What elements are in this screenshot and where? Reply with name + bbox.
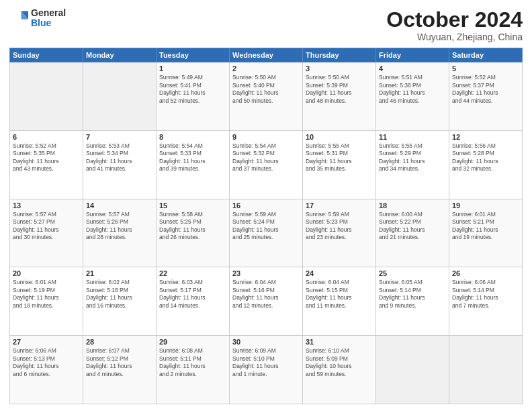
- header-row: SundayMondayTuesdayWednesdayThursdayFrid…: [10, 48, 523, 62]
- title-block: October 2024 Wuyuan, Zhejiang, China: [386, 8, 523, 42]
- day-cell: 21Sunrise: 6:02 AM Sunset: 5:18 PM Dayli…: [83, 267, 157, 336]
- day-number: 22: [159, 269, 226, 277]
- day-info: Sunrise: 6:09 AM Sunset: 5:10 PM Dayligh…: [232, 347, 300, 378]
- location: Wuyuan, Zhejiang, China: [386, 32, 523, 42]
- day-info: Sunrise: 5:56 AM Sunset: 5:28 PM Dayligh…: [452, 142, 519, 173]
- day-cell: 13Sunrise: 5:57 AM Sunset: 5:27 PM Dayli…: [10, 199, 83, 267]
- day-cell: 23Sunrise: 6:04 AM Sunset: 5:16 PM Dayli…: [230, 267, 303, 336]
- day-number: 27: [13, 338, 80, 346]
- day-cell: 12Sunrise: 5:56 AM Sunset: 5:28 PM Dayli…: [449, 130, 523, 199]
- day-cell: 26Sunrise: 6:06 AM Sunset: 5:14 PM Dayli…: [449, 267, 523, 336]
- day-info: Sunrise: 5:59 AM Sunset: 5:23 PM Dayligh…: [306, 211, 373, 242]
- day-cell: 20Sunrise: 6:01 AM Sunset: 5:19 PM Dayli…: [10, 267, 83, 336]
- day-info: Sunrise: 5:57 AM Sunset: 5:27 PM Dayligh…: [13, 211, 80, 242]
- day-info: Sunrise: 5:50 AM Sunset: 5:40 PM Dayligh…: [232, 74, 300, 105]
- day-cell: [449, 336, 523, 404]
- week-row-2: 6Sunrise: 5:52 AM Sunset: 5:35 PM Daylig…: [10, 130, 523, 199]
- day-info: Sunrise: 5:50 AM Sunset: 5:39 PM Dayligh…: [306, 74, 373, 105]
- day-cell: 25Sunrise: 6:05 AM Sunset: 5:14 PM Dayli…: [376, 267, 449, 336]
- day-cell: [83, 62, 157, 131]
- day-number: 9: [232, 133, 300, 141]
- day-header-monday: Monday: [83, 48, 157, 62]
- month-title: October 2024: [386, 8, 523, 32]
- day-number: 2: [232, 64, 300, 73]
- week-row-3: 13Sunrise: 5:57 AM Sunset: 5:27 PM Dayli…: [10, 199, 523, 267]
- day-cell: 5Sunrise: 5:52 AM Sunset: 5:37 PM Daylig…: [449, 62, 523, 131]
- day-info: Sunrise: 5:54 AM Sunset: 5:32 PM Dayligh…: [232, 142, 300, 173]
- day-info: Sunrise: 6:05 AM Sunset: 5:14 PM Dayligh…: [379, 279, 446, 310]
- day-info: Sunrise: 5:49 AM Sunset: 5:41 PM Dayligh…: [159, 74, 226, 105]
- day-cell: 18Sunrise: 6:00 AM Sunset: 5:22 PM Dayli…: [376, 199, 449, 267]
- day-info: Sunrise: 6:03 AM Sunset: 5:17 PM Dayligh…: [159, 279, 226, 310]
- day-cell: [10, 62, 83, 131]
- day-info: Sunrise: 5:58 AM Sunset: 5:25 PM Dayligh…: [159, 211, 226, 242]
- day-cell: 15Sunrise: 5:58 AM Sunset: 5:25 PM Dayli…: [157, 199, 230, 267]
- day-info: Sunrise: 6:01 AM Sunset: 5:21 PM Dayligh…: [452, 211, 519, 242]
- day-number: 26: [452, 269, 519, 277]
- day-number: 6: [13, 133, 80, 141]
- day-number: 28: [86, 338, 153, 346]
- week-row-5: 27Sunrise: 6:06 AM Sunset: 5:13 PM Dayli…: [10, 336, 523, 404]
- day-number: 4: [379, 64, 446, 73]
- day-cell: 14Sunrise: 5:57 AM Sunset: 5:26 PM Dayli…: [83, 199, 157, 267]
- day-number: 31: [306, 338, 373, 346]
- day-info: Sunrise: 6:08 AM Sunset: 5:11 PM Dayligh…: [159, 347, 226, 378]
- day-number: 30: [232, 338, 300, 346]
- logo-general: General: [31, 8, 66, 18]
- day-number: 1: [159, 64, 226, 73]
- day-cell: 10Sunrise: 5:55 AM Sunset: 5:31 PM Dayli…: [303, 130, 376, 199]
- calendar: SundayMondayTuesdayWednesdayThursdayFrid…: [9, 48, 523, 404]
- day-number: 11: [379, 133, 446, 141]
- day-number: 21: [86, 269, 153, 277]
- day-cell: 8Sunrise: 5:54 AM Sunset: 5:33 PM Daylig…: [157, 130, 230, 199]
- day-cell: 24Sunrise: 6:04 AM Sunset: 5:15 PM Dayli…: [303, 267, 376, 336]
- day-number: 17: [306, 201, 373, 210]
- day-info: Sunrise: 6:02 AM Sunset: 5:18 PM Dayligh…: [86, 279, 153, 310]
- day-cell: 19Sunrise: 6:01 AM Sunset: 5:21 PM Dayli…: [449, 199, 523, 267]
- day-cell: 11Sunrise: 5:55 AM Sunset: 5:29 PM Dayli…: [376, 130, 449, 199]
- day-info: Sunrise: 6:06 AM Sunset: 5:13 PM Dayligh…: [13, 347, 80, 378]
- day-number: 16: [232, 201, 300, 210]
- day-cell: 17Sunrise: 5:59 AM Sunset: 5:23 PM Dayli…: [303, 199, 376, 267]
- day-info: Sunrise: 6:10 AM Sunset: 5:09 PM Dayligh…: [306, 347, 373, 378]
- day-header-sunday: Sunday: [10, 48, 83, 62]
- day-cell: 28Sunrise: 6:07 AM Sunset: 5:12 PM Dayli…: [83, 336, 157, 404]
- day-cell: 2Sunrise: 5:50 AM Sunset: 5:40 PM Daylig…: [230, 62, 303, 131]
- day-number: 29: [159, 338, 226, 346]
- day-number: 12: [452, 133, 519, 141]
- day-cell: 27Sunrise: 6:06 AM Sunset: 5:13 PM Dayli…: [10, 336, 83, 404]
- day-number: 18: [379, 201, 446, 210]
- day-cell: [376, 336, 449, 404]
- header: General Blue October 2024 Wuyuan, Zhejia…: [9, 8, 523, 42]
- page: General Blue October 2024 Wuyuan, Zhejia…: [0, 0, 532, 411]
- day-number: 13: [13, 201, 80, 210]
- logo-icon: [9, 9, 28, 28]
- day-info: Sunrise: 5:53 AM Sunset: 5:34 PM Dayligh…: [86, 142, 153, 173]
- day-cell: 22Sunrise: 6:03 AM Sunset: 5:17 PM Dayli…: [157, 267, 230, 336]
- day-cell: 29Sunrise: 6:08 AM Sunset: 5:11 PM Dayli…: [157, 336, 230, 404]
- day-number: 3: [306, 64, 373, 73]
- logo: General Blue: [9, 8, 66, 29]
- day-cell: 16Sunrise: 5:59 AM Sunset: 5:24 PM Dayli…: [230, 199, 303, 267]
- day-number: 23: [232, 269, 300, 277]
- day-info: Sunrise: 6:01 AM Sunset: 5:19 PM Dayligh…: [13, 279, 80, 310]
- day-cell: 31Sunrise: 6:10 AM Sunset: 5:09 PM Dayli…: [303, 336, 376, 404]
- day-info: Sunrise: 5:55 AM Sunset: 5:31 PM Dayligh…: [306, 142, 373, 173]
- day-number: 20: [13, 269, 80, 277]
- day-info: Sunrise: 5:51 AM Sunset: 5:38 PM Dayligh…: [379, 74, 446, 105]
- day-cell: 1Sunrise: 5:49 AM Sunset: 5:41 PM Daylig…: [157, 62, 230, 131]
- day-cell: 7Sunrise: 5:53 AM Sunset: 5:34 PM Daylig…: [83, 130, 157, 199]
- day-number: 25: [379, 269, 446, 277]
- day-number: 7: [86, 133, 153, 141]
- day-info: Sunrise: 5:59 AM Sunset: 5:24 PM Dayligh…: [232, 211, 300, 242]
- day-info: Sunrise: 6:00 AM Sunset: 5:22 PM Dayligh…: [379, 211, 446, 242]
- day-cell: 9Sunrise: 5:54 AM Sunset: 5:32 PM Daylig…: [230, 130, 303, 199]
- day-cell: 4Sunrise: 5:51 AM Sunset: 5:38 PM Daylig…: [376, 62, 449, 131]
- day-info: Sunrise: 6:07 AM Sunset: 5:12 PM Dayligh…: [86, 347, 153, 378]
- day-info: Sunrise: 6:06 AM Sunset: 5:14 PM Dayligh…: [452, 279, 519, 310]
- calendar-table: SundayMondayTuesdayWednesdayThursdayFrid…: [9, 48, 523, 404]
- day-number: 10: [306, 133, 373, 141]
- day-header-saturday: Saturday: [449, 48, 523, 62]
- day-info: Sunrise: 5:54 AM Sunset: 5:33 PM Dayligh…: [159, 142, 226, 173]
- day-header-thursday: Thursday: [303, 48, 376, 62]
